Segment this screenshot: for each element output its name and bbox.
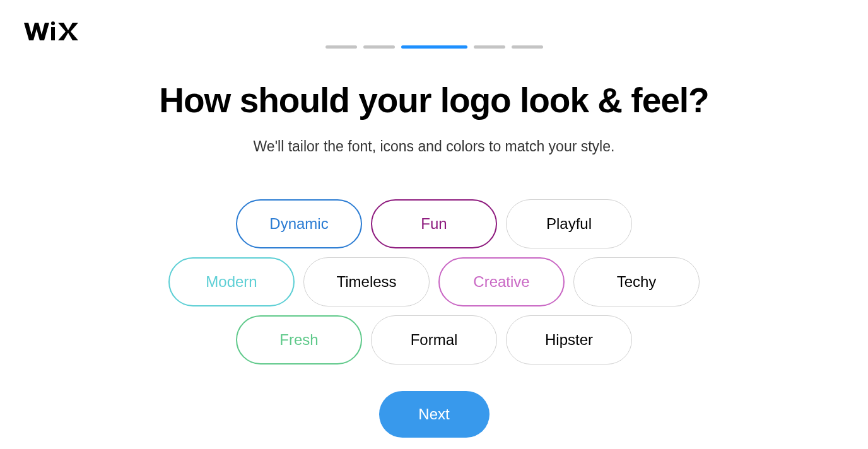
next-button[interactable]: Next	[379, 391, 490, 438]
option-techy[interactable]: Techy	[573, 257, 700, 306]
progress-step-5	[512, 45, 543, 49]
option-dynamic[interactable]: Dynamic	[236, 199, 362, 248]
progress-step-4	[474, 45, 505, 49]
progress-bar	[0, 0, 868, 49]
page-title: How should your logo look & feel?	[0, 80, 868, 120]
option-playful[interactable]: Playful	[506, 199, 632, 248]
option-hipster[interactable]: Hipster	[506, 315, 632, 364]
options-row-3: Fresh Formal Hipster	[236, 315, 632, 364]
options-row-1: Dynamic Fun Playful	[236, 199, 632, 248]
option-fresh[interactable]: Fresh	[236, 315, 362, 364]
main-content: How should your logo look & feel? We'll …	[0, 80, 868, 438]
option-formal[interactable]: Formal	[371, 315, 497, 364]
options-row-2: Modern Timeless Creative Techy	[168, 257, 700, 306]
page-subtitle: We'll tailor the font, icons and colors …	[0, 138, 868, 155]
progress-step-2	[363, 45, 395, 49]
option-fun[interactable]: Fun	[371, 199, 497, 248]
svg-rect-0	[51, 27, 55, 40]
option-modern[interactable]: Modern	[168, 257, 295, 306]
progress-step-3-active	[401, 45, 467, 49]
option-timeless[interactable]: Timeless	[303, 257, 430, 306]
svg-point-1	[51, 21, 55, 25]
brand-logo[interactable]	[23, 20, 79, 49]
option-creative[interactable]: Creative	[438, 257, 565, 306]
options-container: Dynamic Fun Playful Modern Timeless Crea…	[0, 199, 868, 364]
progress-step-1	[326, 45, 357, 49]
